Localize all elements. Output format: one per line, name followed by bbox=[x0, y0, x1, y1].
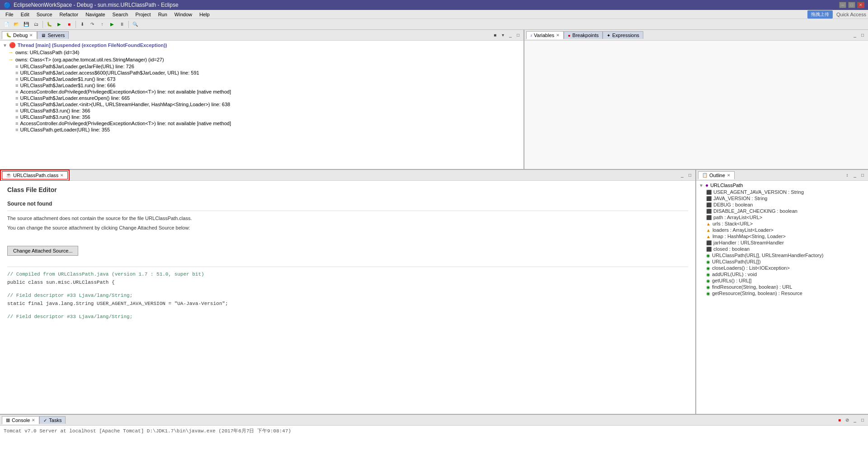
maximize-button[interactable]: □ bbox=[848, 2, 855, 8]
stack-frame-owns2[interactable]: → owns: Class<T> (org.apache.tomcat.util… bbox=[1, 56, 523, 63]
stack-frame-10[interactable]: ≡ URLClassPath.getLoader(URL) line: 355 bbox=[1, 127, 523, 133]
outline-item-method-2[interactable]: ◉ closeLoaders() : List<IOException> bbox=[697, 265, 867, 271]
tab-console-close[interactable]: ✕ bbox=[32, 418, 35, 422]
line-icon-0: ≡ bbox=[15, 64, 18, 69]
stack-frame-7[interactable]: ≡ URLClassPath$3.run() line: 366 bbox=[1, 108, 523, 114]
menu-edit[interactable]: Edit bbox=[17, 11, 33, 18]
console-maximize-button[interactable]: □ bbox=[859, 417, 866, 424]
terminate-button[interactable]: ■ bbox=[491, 32, 499, 39]
outline-content: ▼ ● URLClassPath ⬛ USER_AGENT_JAVA_VERSI… bbox=[696, 181, 868, 414]
outline-item-2[interactable]: ⬛ DEBUG : boolean bbox=[697, 202, 867, 208]
close-button[interactable]: ✕ bbox=[857, 2, 864, 8]
outline-item-urlclasspath[interactable]: ▼ ● URLClassPath bbox=[697, 182, 867, 189]
open-button[interactable]: 📂 bbox=[12, 20, 21, 29]
stack-frame-5[interactable]: ≡ URLClassPath$JarLoader.ensureOpen() li… bbox=[1, 95, 523, 101]
code-compiled-comment: // Compiled from URLClassPath.java (vers… bbox=[7, 271, 688, 279]
outline-maximize-button[interactable]: □ bbox=[859, 172, 866, 179]
minimize-panel-button[interactable]: _ bbox=[507, 32, 514, 39]
outline-sort-button[interactable]: ↕ bbox=[844, 172, 851, 179]
tab-variables-close[interactable]: ✕ bbox=[556, 33, 560, 38]
tab-debug-close[interactable]: ✕ bbox=[29, 33, 33, 38]
vars-minimize-button[interactable]: _ bbox=[851, 32, 859, 39]
thread-icon: 🔴 bbox=[9, 42, 16, 48]
suspend-button[interactable]: ⏸ bbox=[118, 20, 127, 29]
outline-item-method-6[interactable]: ◉ getResource(String, boolean) : Resourc… bbox=[697, 290, 867, 296]
stack-frame-6[interactable]: ≡ URLClassPath$JarLoader.<init>(URL, URL… bbox=[1, 101, 523, 108]
menu-help[interactable]: Help bbox=[196, 11, 213, 18]
new-button[interactable]: 📄 bbox=[2, 20, 11, 29]
field-icon-9: ⬛ bbox=[706, 247, 712, 252]
outline-item-method-0[interactable]: ◉ URLClassPath(URL[], URLStreamHandlerFa… bbox=[697, 252, 867, 258]
tab-urlclasspath[interactable]: ☕ URLClassPath.class ✕ bbox=[2, 171, 68, 179]
console-minimize-button[interactable]: _ bbox=[851, 417, 859, 424]
resume-button[interactable]: ▶ bbox=[108, 20, 117, 29]
menu-source[interactable]: Source bbox=[33, 11, 56, 18]
stack-frame-8[interactable]: ≡ URLClassPath$3.run() line: 356 bbox=[1, 114, 523, 120]
stack-frame-0[interactable]: ≡ URLClassPath$JarLoader.getJarFile(URL)… bbox=[1, 63, 523, 70]
step-into-button[interactable]: ⬇ bbox=[78, 20, 87, 29]
outline-item-9[interactable]: ⬛ closed : boolean bbox=[697, 246, 867, 252]
outline-item-5[interactable]: ▲ urls : Stack<URL> bbox=[697, 220, 867, 227]
thread-entry[interactable]: ▼ 🔴 Thread [main] (Suspended (exception … bbox=[1, 42, 523, 49]
tab-tasks[interactable]: ✓ Tasks bbox=[39, 416, 66, 424]
stack-frame-2[interactable]: ≡ URLClassPath$JarLoader$1.run() line: 6… bbox=[1, 76, 523, 82]
menu-run[interactable]: Run bbox=[155, 11, 171, 18]
console-terminate-btn[interactable]: ■ bbox=[836, 417, 843, 424]
stack-frame-4[interactable]: ≡ AccessController.doPrivileged(Privileg… bbox=[1, 89, 523, 95]
menu-search[interactable]: Search bbox=[109, 11, 132, 18]
outline-item-8[interactable]: ⬛ jarHandler : URLStreamHandler bbox=[697, 239, 867, 246]
stack-frame-1[interactable]: ≡ URLClassPath$JarLoader.access$600(URLC… bbox=[1, 70, 523, 76]
change-attached-source-button[interactable]: Change Attached Source... bbox=[7, 246, 78, 256]
perspective-debug[interactable]: 🔍 bbox=[131, 20, 140, 29]
step-return-button[interactable]: ↑ bbox=[98, 20, 107, 29]
menu-navigate[interactable]: Navigate bbox=[82, 11, 108, 18]
upload-button[interactable]: 拖拽上传 bbox=[807, 10, 833, 19]
outline-item-3[interactable]: ⬛ DISABLE_JAR_CHECKING : boolean bbox=[697, 208, 867, 214]
outline-item-7[interactable]: ▲ lmap : HashMap<String, Loader> bbox=[697, 233, 867, 239]
tab-console[interactable]: ▦ Console ✕ bbox=[2, 416, 39, 424]
tab-breakpoints[interactable]: ● Breakpoints bbox=[564, 31, 603, 39]
outline-item-1[interactable]: ⬛ JAVA_VERSION : String bbox=[697, 195, 867, 202]
tab-servers[interactable]: 🖥 Servers bbox=[37, 31, 69, 39]
tab-variables[interactable]: 𝑥 Variables ✕ bbox=[526, 31, 564, 39]
vars-maximize-button[interactable]: □ bbox=[859, 32, 866, 39]
stack-frame-3[interactable]: ≡ URLClassPath$JarLoader$1.run() line: 6… bbox=[1, 82, 523, 89]
menu-project[interactable]: Project bbox=[132, 11, 154, 18]
outline-item-method-5[interactable]: ◉ findResource(String, boolean) : URL bbox=[697, 284, 867, 290]
console-clear-btn[interactable]: ⊘ bbox=[844, 417, 851, 424]
debug-button[interactable]: 🐛 bbox=[45, 20, 54, 29]
line-icon-8: ≡ bbox=[15, 114, 18, 120]
tab-outline[interactable]: 📋 Outline ✕ bbox=[698, 171, 735, 179]
outline-item-4[interactable]: ⬛ path : ArrayList<URL> bbox=[697, 214, 867, 220]
menu-refactor[interactable]: Refactor bbox=[56, 11, 82, 18]
outline-item-method-1[interactable]: ◉ URLClassPath(URL[]) bbox=[697, 258, 867, 265]
menu-window[interactable]: Window bbox=[171, 11, 196, 18]
maximize-panel-button[interactable]: □ bbox=[514, 32, 522, 39]
line-icon-6: ≡ bbox=[15, 102, 18, 107]
debug-panel: 🐛 Debug ✕ 🖥 Servers ■ ▾ _ □ ▼ bbox=[0, 30, 524, 169]
run-button[interactable]: ▶ bbox=[55, 20, 64, 29]
outline-item-6[interactable]: ▲ loaders : ArrayList<Loader> bbox=[697, 227, 867, 233]
debug-tab-actions: ■ ▾ _ □ bbox=[491, 32, 522, 39]
editor-minimize-button[interactable]: _ bbox=[679, 172, 686, 179]
outline-item-method-3[interactable]: ◉ addURL(URL) : void bbox=[697, 271, 867, 277]
stack-frame-owns1[interactable]: → owns: URLClassPath (id=34) bbox=[1, 49, 523, 56]
editor-maximize-button[interactable]: □ bbox=[686, 172, 693, 179]
tab-debug[interactable]: 🐛 Debug ✕ bbox=[2, 31, 37, 39]
stop-button[interactable]: ■ bbox=[65, 20, 74, 29]
tab-editor-close[interactable]: ✕ bbox=[60, 173, 64, 178]
minimize-button[interactable]: ─ bbox=[839, 2, 846, 8]
arrow-icon-2: → bbox=[8, 56, 14, 63]
title-bar: 🔵 EclipseNeonWorkSpace - Debug - sun.mis… bbox=[0, 0, 868, 10]
save-all-button[interactable]: 🗂 bbox=[32, 20, 41, 29]
menu-file[interactable]: File bbox=[2, 11, 17, 18]
tab-expressions[interactable]: ✦ Expressions bbox=[603, 31, 643, 39]
step-over-button[interactable]: ↷ bbox=[88, 20, 97, 29]
tab-outline-close[interactable]: ✕ bbox=[727, 173, 731, 178]
outline-item-0[interactable]: ⬛ USER_AGENT_JAVA_VERSION : String bbox=[697, 189, 867, 195]
collapse-button[interactable]: ▾ bbox=[499, 32, 506, 39]
stack-frame-9[interactable]: ≡ AccessController.doPrivileged(Privileg… bbox=[1, 120, 523, 127]
outline-item-method-4[interactable]: ◉ getURLs() : URL[] bbox=[697, 277, 867, 284]
save-button[interactable]: 💾 bbox=[22, 20, 31, 29]
outline-minimize-button[interactable]: _ bbox=[851, 172, 859, 179]
